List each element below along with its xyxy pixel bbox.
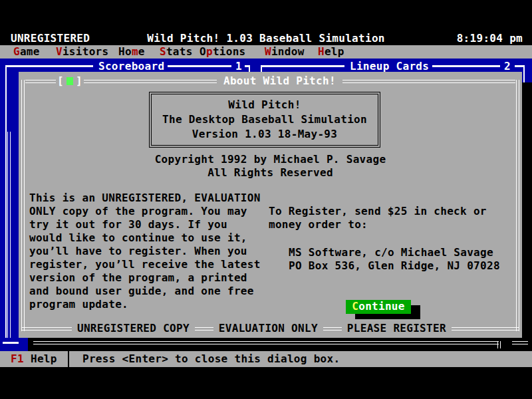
frame-line — [452, 327, 519, 331]
close-icon — [66, 77, 73, 85]
dialog-shadow-right — [522, 82, 532, 338]
dialog-border-right — [516, 80, 519, 331]
menu-game[interactable]: Game — [13, 45, 40, 59]
frame-line — [261, 65, 344, 67]
app-title: Wild Pitch! 1.03 Baseball Simulation — [0, 32, 532, 45]
frame-line — [342, 80, 515, 83]
dialog-titlebar: [] About Wild Pitch! — [21, 74, 519, 88]
close-bracket: ] — [76, 74, 82, 88]
register-address: MS Software, c/o Michael Savage PO Box 5… — [289, 246, 500, 273]
frame-corner — [523, 65, 525, 84]
dialog-footer: UNREGISTERED COPY EVALUATION ONLY PLEASE… — [21, 322, 519, 335]
frame-line — [432, 65, 500, 67]
frame-line — [84, 80, 217, 83]
menu-window[interactable]: Window — [265, 45, 305, 59]
menu-stats[interactable]: Stats — [160, 45, 193, 59]
window-number-scoreboard: 1 — [235, 60, 242, 73]
help-label[interactable]: Help — [31, 352, 57, 366]
evaluation-paragraph: This is an UNREGISTERED, EVALUATION ONLY… — [29, 192, 261, 311]
badge-unregistered-copy: UNREGISTERED COPY — [72, 322, 195, 335]
background-window-bottom-border — [33, 341, 499, 344]
background-window-corner-block — [0, 338, 19, 351]
background-window-corner — [497, 341, 501, 348]
menu-bar: Game Visitors Home Stats Options Window … — [0, 45, 532, 59]
frame-line — [25, 80, 56, 83]
menu-help[interactable]: Help — [318, 45, 344, 59]
clock: 8:19:04 pm — [457, 32, 523, 45]
background-window-bottom-border — [512, 341, 528, 344]
window-title-scoreboard: Scoreboard — [98, 60, 164, 73]
close-button[interactable]: [] — [56, 74, 84, 88]
copyright-text: Copyright 1992 by Michael P. Savage All … — [19, 153, 522, 180]
frame-line — [195, 327, 213, 331]
badge-evaluation-only: EVALUATION ONLY — [213, 322, 323, 335]
about-dialog: [] About Wild Pitch! Wild Pitch! The Des… — [19, 72, 522, 338]
close-bracket: [ — [57, 74, 64, 88]
about-box: Wild Pitch! The Desktop Baseball Simulat… — [149, 92, 380, 148]
continue-button[interactable]: Continue — [346, 300, 411, 314]
f1-hotkey[interactable]: F1 — [11, 352, 24, 366]
dialog-title: About Wild Pitch! — [217, 74, 342, 88]
about-box-text: Wild Pitch! The Desktop Baseball Simulat… — [151, 94, 378, 146]
status-separator — [68, 351, 69, 367]
background-window-border — [7, 132, 11, 338]
window-title-lineup: Lineup Cards — [350, 60, 429, 73]
menu-options[interactable]: Options — [200, 45, 246, 59]
app-titlebar: UNREGISTERED Wild Pitch! 1.03 Baseball S… — [0, 32, 532, 45]
scoreboard-left-border — [5, 65, 7, 338]
window-number-lineup: 2 — [504, 60, 511, 73]
menu-visitors[interactable]: Visitors — [56, 45, 108, 59]
status-bar: F1 Help Press <Enter> to close this dial… — [0, 351, 532, 367]
frame-line — [323, 327, 342, 331]
register-instructions: To Register, send $25 in check or money … — [269, 205, 487, 231]
badge-please-register: PLEASE REGISTER — [342, 322, 452, 335]
dialog-border-left — [21, 80, 25, 331]
frame-line — [21, 327, 72, 331]
dos-screen: UNREGISTERED Wild Pitch! 1.03 Baseball S… — [0, 0, 532, 399]
frame-line — [5, 65, 93, 67]
frame-line — [168, 65, 231, 67]
menu-home[interactable]: Home — [118, 45, 145, 59]
status-message: Press <Enter> to close this dialog box. — [82, 352, 340, 366]
frame-line — [3, 342, 19, 344]
dialog-shadow-bottom — [28, 338, 532, 351]
